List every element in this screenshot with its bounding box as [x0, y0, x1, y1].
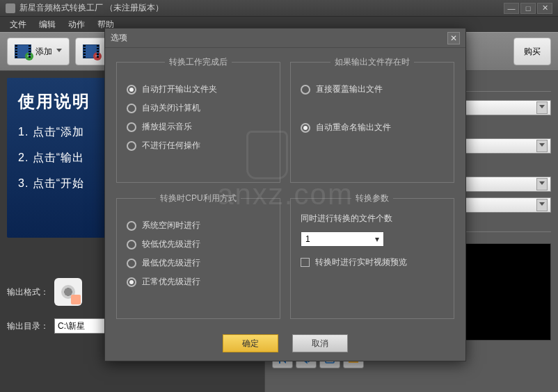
film-add-icon: + — [15, 44, 31, 58]
concurrent-label: 同时进行转换的文件个数 — [301, 213, 444, 224]
buy-button-label: 购买 — [524, 46, 541, 58]
radio-idle[interactable]: 系统空闲时进行 — [127, 220, 270, 231]
dialog-close-button[interactable]: ✕ — [447, 32, 460, 44]
film-remove-icon: − — [83, 44, 99, 58]
window-title: 新星音频格式转换工厂 （未注册版本） — [19, 2, 164, 14]
app-icon — [6, 3, 15, 13]
radio-normal[interactable]: 正常优先级进行 — [127, 276, 270, 288]
remove-button[interactable]: − — [75, 38, 107, 65]
file-exists-legend: 如果输出文件存在时 — [330, 56, 414, 68]
realtime-preview-check[interactable]: 转换时进行实时视频预览 — [301, 256, 444, 268]
minimize-button[interactable]: — — [504, 3, 519, 14]
after-convert-group: 转换工作完成后 自动打开输出文件夹 自动关闭计算机 播放提示音乐 不进行任何操作 — [116, 56, 280, 183]
radio-overwrite[interactable]: 直接覆盖输出文件 — [301, 83, 444, 95]
convert-params-legend: 转换参数 — [351, 193, 393, 204]
maximize-button[interactable]: □ — [520, 3, 536, 14]
titlebar: 新星音频格式转换工厂 （未注册版本） — □ ✕ — [0, 0, 558, 17]
cpu-mode-group: 转换时CPU利用方式 系统空闲时进行 较低优先级进行 最低优先级进行 正常优先级… — [116, 193, 280, 319]
cancel-button[interactable]: 取消 — [292, 334, 348, 352]
output-format-label: 输出格式： — [7, 286, 49, 298]
radio-play-sound[interactable]: 播放提示音乐 — [127, 121, 270, 133]
format-icon[interactable] — [54, 278, 82, 306]
options-dialog: 选项 ✕ 转换工作完成后 自动打开输出文件夹 自动关闭计算机 播放提示音乐 不进… — [104, 28, 466, 361]
dialog-title: 选项 — [111, 32, 127, 44]
convert-params-group: 转换参数 同时进行转换的文件个数 1 ▾ 转换时进行实时视频预览 — [290, 193, 454, 319]
radio-open-folder[interactable]: 自动打开输出文件夹 — [127, 83, 270, 95]
menu-action[interactable]: 动作 — [63, 17, 90, 32]
cpu-mode-legend: 转换时CPU利用方式 — [156, 193, 240, 204]
concurrent-combo[interactable]: 1 ▾ — [301, 231, 384, 247]
output-dir-label: 输出目录： — [7, 320, 49, 332]
menu-edit[interactable]: 编辑 — [33, 17, 61, 32]
chevron-down-icon — [56, 49, 62, 54]
radio-below-normal[interactable]: 较低优先级进行 — [127, 238, 270, 250]
radio-lowest[interactable]: 最低优先级进行 — [127, 257, 270, 269]
after-convert-legend: 转换工作完成后 — [165, 56, 232, 68]
ok-button[interactable]: 确定 — [223, 334, 278, 352]
add-button[interactable]: + 添加 — [7, 38, 70, 65]
radio-rename[interactable]: 自动重命名输出文件 — [301, 122, 444, 133]
radio-shutdown[interactable]: 自动关闭计算机 — [127, 102, 270, 114]
buy-button[interactable]: 购买 — [513, 38, 551, 65]
add-button-label: 添加 — [35, 46, 52, 58]
menu-file[interactable]: 文件 — [4, 17, 32, 32]
radio-do-nothing[interactable]: 不进行任何操作 — [127, 140, 270, 152]
close-button[interactable]: ✕ — [537, 3, 552, 14]
file-exists-group: 如果输出文件存在时 直接覆盖输出文件 自动重命名输出文件 — [290, 56, 454, 183]
